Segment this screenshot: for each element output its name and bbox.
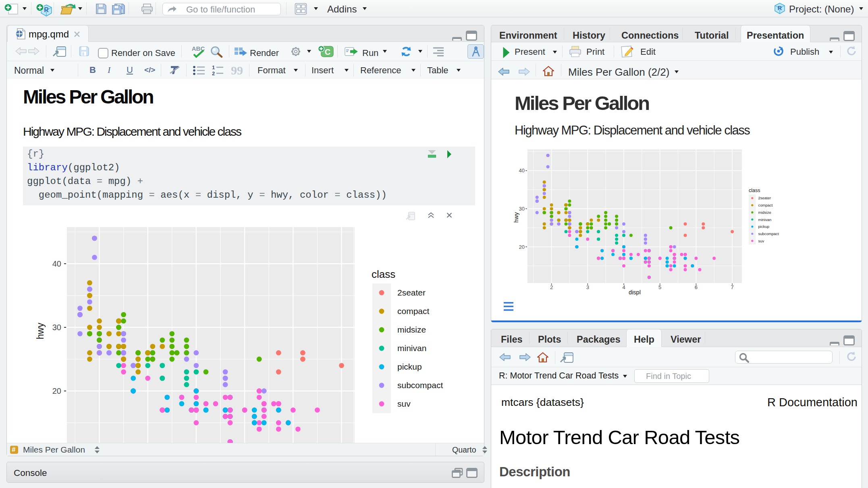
svg-text:compact: compact [397, 306, 430, 316]
svg-text:pickup: pickup [397, 362, 422, 371]
svg-text:6: 6 [695, 284, 698, 290]
svg-text:2: 2 [212, 70, 215, 76]
svg-text:displ: displ [629, 289, 641, 296]
svg-text:30: 30 [519, 206, 525, 212]
svg-text:5: 5 [658, 284, 661, 290]
svg-text:minivan: minivan [758, 217, 772, 222]
svg-text:subcompact: subcompact [397, 380, 443, 390]
svg-text:3: 3 [586, 284, 589, 290]
svg-text:suv: suv [397, 399, 411, 408]
svg-text:2seater: 2seater [758, 196, 771, 200]
svg-text:midsize: midsize [397, 325, 426, 334]
svg-text:40: 40 [52, 259, 61, 268]
svg-text:compact: compact [758, 203, 773, 207]
svg-text:C: C [325, 48, 330, 56]
svg-text:hwy: hwy [35, 323, 46, 339]
svg-text:midsize: midsize [758, 210, 771, 215]
svg-text:2: 2 [550, 284, 553, 290]
svg-text:R: R [44, 6, 49, 13]
svg-text:class: class [372, 268, 395, 280]
svg-text:2seater: 2seater [397, 288, 426, 297]
svg-text:1: 1 [212, 65, 215, 70]
svg-text:20: 20 [519, 244, 525, 250]
svg-text:class: class [749, 188, 760, 193]
svg-text:minivan: minivan [397, 343, 426, 353]
svg-text:hwy: hwy [513, 212, 519, 223]
svg-text:7: 7 [731, 284, 733, 290]
svg-text:4: 4 [622, 284, 625, 290]
svg-text:30: 30 [52, 323, 61, 332]
svg-text:suv: suv [758, 239, 764, 243]
svg-text:pickup: pickup [758, 224, 769, 229]
svg-text:40: 40 [519, 167, 525, 174]
svg-text:subcompact: subcompact [758, 232, 779, 236]
svg-text:20: 20 [52, 387, 61, 395]
svg-text:R: R [778, 4, 782, 11]
